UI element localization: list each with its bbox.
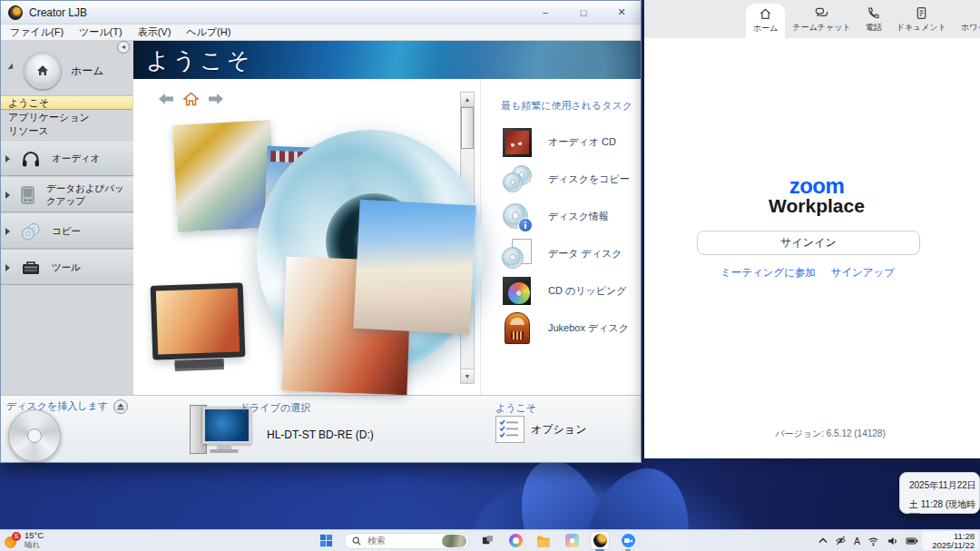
options-label[interactable]: オプション	[531, 422, 586, 438]
drive-name[interactable]: HL-DT-ST BD-RE (D:)	[267, 428, 374, 441]
task-jukebox-disc[interactable]: Jukebox ディスク	[501, 310, 641, 347]
menu-view[interactable]: 表示(V)	[138, 25, 172, 39]
tab-whiteboard[interactable]: ホワイトボー	[954, 2, 980, 38]
sidebar-home[interactable]: ホーム	[1, 53, 104, 89]
maximize-icon[interactable]: □	[572, 7, 595, 18]
headphones-icon	[17, 148, 44, 170]
insert-disc-label: ディスクを挿入します	[6, 399, 108, 413]
battery-icon[interactable]	[906, 536, 918, 546]
folder-icon	[536, 535, 551, 547]
copilot-button[interactable]	[505, 531, 525, 550]
tab-label: チームチャット	[792, 22, 850, 34]
task-view-button[interactable]	[477, 531, 497, 550]
search-icon	[352, 536, 361, 546]
windows-start-icon	[319, 534, 333, 547]
weather-widget[interactable]: S 15°C 晴れ	[5, 531, 44, 549]
chevron-right-icon	[5, 264, 10, 271]
chevron-right-icon	[5, 192, 10, 199]
eject-icon[interactable]	[113, 399, 128, 414]
disc-info-icon	[501, 201, 534, 233]
tab-phone[interactable]: 電話	[858, 2, 889, 38]
minimize-icon[interactable]: −	[534, 7, 557, 18]
wifi-icon[interactable]	[867, 536, 879, 546]
sidebar-category-label: ツール	[52, 261, 81, 274]
forward-arrow-icon[interactable]	[207, 93, 225, 105]
photo-card-couple	[353, 200, 475, 335]
task-cd-rip[interactable]: CD のリッピング	[501, 272, 641, 310]
sidebar-item-resources[interactable]: リソース	[1, 124, 133, 137]
welcome-section-label: ようこそ	[495, 401, 536, 415]
sidebar-category-data-backup[interactable]: データおよびバックアップ	[1, 178, 133, 212]
home-nav-icon[interactable]	[183, 92, 199, 106]
phone-icon	[867, 6, 880, 20]
tasks-header: 最も頻繁に使用されるタスク	[501, 99, 641, 113]
sidebar-category-label: オーディオ	[52, 153, 100, 165]
sidebar-category-copy[interactable]: コピー	[1, 214, 133, 249]
task-label: オーディオ CD	[548, 135, 616, 149]
copy-disc-icon	[501, 163, 534, 196]
sign-in-button[interactable]: サインイン	[697, 231, 920, 255]
chat-icon	[815, 6, 828, 20]
clock-date: 2025/11/22	[932, 541, 975, 550]
taskbar: S 15°C 晴れ	[0, 529, 980, 551]
tab-team-chat[interactable]: チームチャット	[785, 2, 858, 38]
sign-up-link[interactable]: サインアップ	[830, 266, 895, 280]
ime-indicator[interactable]: A	[854, 536, 860, 546]
sidebar-collapse-icon[interactable]: ◂	[117, 41, 130, 54]
volume-icon[interactable]	[887, 536, 898, 546]
copilot-icon	[509, 534, 523, 547]
sidebar-category-tools[interactable]: ツール	[1, 251, 133, 285]
scrollbar-thumb[interactable]	[461, 107, 474, 149]
creator-app-icon	[8, 5, 23, 20]
chevron-right-icon	[5, 228, 10, 235]
harddrive-icon	[17, 184, 39, 206]
task-view-icon	[481, 534, 495, 547]
zoom-taskbar-button[interactable]	[618, 531, 638, 550]
task-copy-disc[interactable]: ディスクをコピー	[501, 161, 641, 198]
scroll-down-icon[interactable]: ▼	[461, 369, 474, 383]
search-input[interactable]	[366, 535, 433, 546]
creator-titlebar[interactable]: Creator LJB − □ ✕	[1, 1, 641, 25]
photos-button[interactable]	[562, 531, 582, 550]
start-button[interactable]	[316, 531, 336, 550]
menu-file[interactable]: ファイル(F)	[10, 25, 64, 39]
copy-discs-icon	[17, 221, 44, 242]
weather-sun-icon: S	[5, 533, 20, 548]
close-icon[interactable]: ✕	[610, 6, 633, 18]
task-disc-info[interactable]: ディスク情報	[501, 198, 641, 235]
creator-taskbar-icon	[593, 534, 607, 547]
task-label: ディスクをコピー	[548, 172, 630, 186]
home-button-icon[interactable]	[24, 53, 61, 89]
task-data-disc[interactable]: データ ディスク	[501, 235, 641, 272]
chevron-right-icon	[5, 155, 10, 162]
tab-home[interactable]: ホーム	[746, 4, 785, 38]
taskbar-search[interactable]	[344, 533, 469, 549]
menu-help[interactable]: ヘルプ(H)	[186, 25, 230, 39]
sidebar-item-welcome[interactable]: ようこそ	[1, 95, 132, 110]
eye-slash-icon[interactable]	[835, 535, 847, 546]
creator-window-title: Creator LJB	[29, 6, 87, 19]
document-icon	[915, 6, 928, 20]
scroll-up-icon[interactable]: ▲	[461, 93, 474, 107]
taskbar-clock[interactable]: 11:28 2025/11/22	[922, 531, 978, 550]
options-icon[interactable]	[495, 416, 524, 443]
jukebox-icon	[501, 312, 534, 345]
frequent-tasks-panel: 最も頻繁に使用されるタスク オーディオ CD ディスクをコピー ディスク情報	[480, 79, 641, 396]
photos-icon	[565, 534, 579, 547]
file-explorer-button[interactable]	[534, 531, 554, 550]
task-audio-cd[interactable]: オーディオ CD	[501, 123, 641, 161]
tab-label: 電話	[866, 22, 882, 34]
sidebar-item-applications[interactable]: アプリケーション	[1, 111, 133, 123]
photo-card-tv	[151, 282, 246, 360]
creator-taskbar-button[interactable]	[590, 531, 610, 550]
chevron-up-icon[interactable]	[818, 537, 828, 544]
join-meeting-link[interactable]: ミーティングに参加	[720, 266, 816, 280]
sidebar-category-audio[interactable]: オーディオ	[1, 142, 133, 176]
back-arrow-icon[interactable]	[157, 93, 175, 105]
creator-menubar: ファイル(F) ツール(T) 表示(V) ヘルプ(H)	[1, 25, 641, 41]
menu-tools[interactable]: ツール(T)	[79, 25, 122, 39]
tab-docs[interactable]: ドキュメント	[889, 2, 954, 38]
data-disc-icon	[501, 238, 534, 271]
search-highlight-image[interactable]	[442, 535, 466, 547]
clock-time: 11:28	[954, 532, 975, 541]
